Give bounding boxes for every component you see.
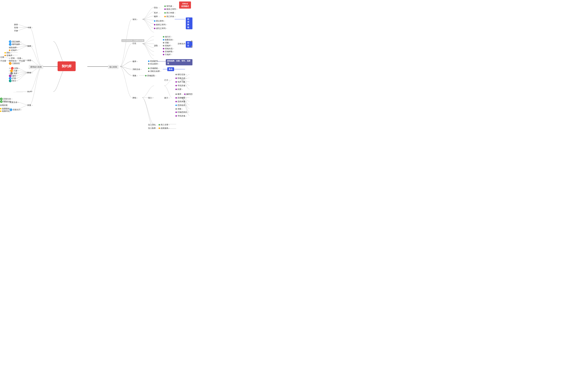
node-prob-core[interactable]: 概率 ≡	[133, 60, 138, 63]
death-pendulum-menu: ≡	[174, 12, 175, 14]
reduce-dmg-badge: 3	[9, 75, 12, 77]
node-elemental: 4 元素攻击	[9, 62, 20, 65]
battle-wind-label: 战渠披风	[161, 127, 168, 130]
giant-fear-label: 巨物恐惧症	[177, 111, 187, 114]
soul-lamp-label: 魂引灯	[165, 35, 171, 38]
find-soul-menu: ≡	[186, 85, 187, 86]
consume-life-menu: ≡	[141, 68, 142, 70]
node-summon-soul: 招魂术 ≡	[163, 44, 172, 47]
soul-return-menu: ≡	[13, 54, 14, 56]
node-soul-take: 灵魂提取 ≡	[145, 74, 156, 77]
graveyard-label: 坟场	[14, 26, 18, 29]
node-find-soul-enemy: 寻找灵魂 ≡	[175, 115, 187, 117]
draw-label: 抽牌	[27, 45, 31, 48]
node-consume-life-card: 消耗生命牌 ≡	[148, 70, 161, 73]
crimson-menu: ≡	[186, 74, 187, 76]
prob-judge-label: 概率	[154, 15, 158, 18]
pierce-label: 穿刺	[11, 57, 15, 60]
fear-attack-dot	[175, 101, 177, 102]
node-death-pendulum: 死亡钟摆 ≡	[164, 12, 175, 14]
energy-sync-dot	[0, 110, 1, 112]
shield-badge: 3	[9, 77, 12, 80]
node-shield: 3 护盾 ≡	[9, 77, 17, 80]
node-fear-whisper: 恐惧低语 ≡	[175, 104, 187, 107]
hell-judge-dot	[154, 24, 155, 26]
label-blood-swap: 换血	[167, 67, 174, 71]
node-heal-life: 3 回复生命 ≡	[0, 98, 12, 100]
node-void-judge: 虚无之审判 ≡	[154, 27, 167, 30]
fate-control-dot	[148, 63, 149, 65]
death-god-text: 死神降临	[187, 18, 189, 28]
dodge-badge: 2	[10, 70, 13, 72]
deck-label: 牌库	[14, 23, 18, 26]
node-derivative[interactable]: 衍生	[133, 42, 136, 45]
node-no-mana-damage: 伤害 —	[191, 40, 192, 43]
consume-life-card-menu: ≡	[160, 70, 161, 72]
node-energy-flow: 能量流动 ≡	[163, 38, 174, 41]
node-defense[interactable]: 防御 ≡	[27, 71, 32, 74]
find-soul-dot	[175, 85, 177, 86]
plague-judge-label: 瘟疫之审判	[166, 8, 176, 10]
drain-life-badge: 3	[0, 100, 3, 103]
soul-chain-label: 灵魂锁链	[150, 67, 158, 70]
node-energy-sync: 能量同化 ≡	[0, 110, 11, 112]
node-remove-draw: 移除抽牌 ≡	[9, 46, 18, 49]
soul-take-dot	[145, 75, 146, 77]
node-buff[interactable]: BUFF	[27, 90, 32, 93]
void-judge-menu: ≡	[166, 27, 167, 29]
summon-crystal-dot	[163, 48, 164, 49]
find-soul-enemy-dot	[175, 115, 177, 117]
no-mana-damage-dot	[191, 41, 192, 42]
replace-label: 替换	[133, 74, 136, 77]
center-node[interactable]: 契约师	[58, 61, 76, 71]
dark-cloud-menu: ≡	[164, 20, 165, 22]
cold-label: 寒冷	[12, 79, 16, 82]
dark-cloud-dot	[154, 20, 155, 22]
fixed-draw-badge: 10	[9, 40, 12, 43]
node-soul-chain: 灵魂锁链 ≡	[148, 67, 159, 70]
general-combat-label: 通用战斗机制	[29, 65, 43, 69]
consume-life-label: 消耗生命	[133, 68, 140, 71]
node-replace[interactable]: 替换 ≡	[133, 74, 138, 77]
branch-core-mechanic[interactable]: 核心机制	[108, 65, 118, 69]
physical-sub: 不过盾	[19, 60, 25, 62]
summon-soul-menu: ≡	[171, 45, 172, 47]
node-damage[interactable]: 伤害 ≡	[27, 59, 32, 62]
node-judge[interactable]: 审判 ≡	[133, 18, 138, 21]
node-recover[interactable]: 回复 ≡	[27, 104, 32, 107]
summon-crystal-menu: ≡	[173, 48, 174, 50]
app-title: XMind	[181, 2, 189, 5]
plague-judge-menu: ≡	[176, 8, 177, 10]
spirit-crystal-label: 招魂水晶	[177, 77, 185, 79]
branch-general-combat[interactable]: 通用战斗机制	[29, 65, 43, 69]
node-death-art: 死术 —	[154, 12, 161, 14]
remove-draw-menu: ≡	[17, 47, 18, 49]
node-card-group[interactable]: 牌组 ≡	[133, 97, 138, 99]
node-memory: 回忆 ≡	[4, 52, 12, 54]
node-prob-enemy: 概率 — 幽闭恐惧症 ≡	[175, 93, 192, 96]
label-death-god: 死神降临	[186, 17, 192, 29]
node-cold: 3 寒冷 ≡	[9, 79, 17, 82]
death-watch-dot	[164, 16, 166, 17]
dark-cloud-label: 阴云密布	[156, 20, 164, 22]
node-energy-absorb: 能量吸收 ≡	[0, 107, 11, 110]
prob-draw-label: 概率抽牌	[12, 43, 20, 46]
wash-in-menu: ≡	[152, 97, 153, 99]
cold-badge: 3	[9, 79, 12, 82]
card-group-label: 牌组	[133, 97, 136, 99]
pierce-num: 12	[9, 57, 10, 59]
blood-swap-text: 换血	[169, 68, 173, 70]
node-tilt: 斜摆 ≡	[175, 88, 183, 91]
find-soul-label: 寻找灵魂	[177, 84, 185, 87]
shield-label: 护盾	[12, 77, 16, 80]
node-draw[interactable]: 抽牌 ≡	[27, 45, 32, 48]
node-card[interactable]: 卡牌 ≡	[27, 26, 32, 29]
pierce-menu: ≡	[22, 57, 23, 59]
recover-label: 回复	[27, 104, 31, 107]
node-vanish: 消遁 ≡	[163, 41, 170, 44]
summon-crystal-label: 招魂水晶	[165, 47, 173, 50]
node-consume-life[interactable]: 消耗生命 ≡	[133, 68, 142, 71]
node-fear-change: 恐惧变障 ≡	[175, 97, 187, 99]
mindmap-container: XMind 试用模式	[0, 0, 192, 133]
vanish-dot	[163, 42, 164, 44]
